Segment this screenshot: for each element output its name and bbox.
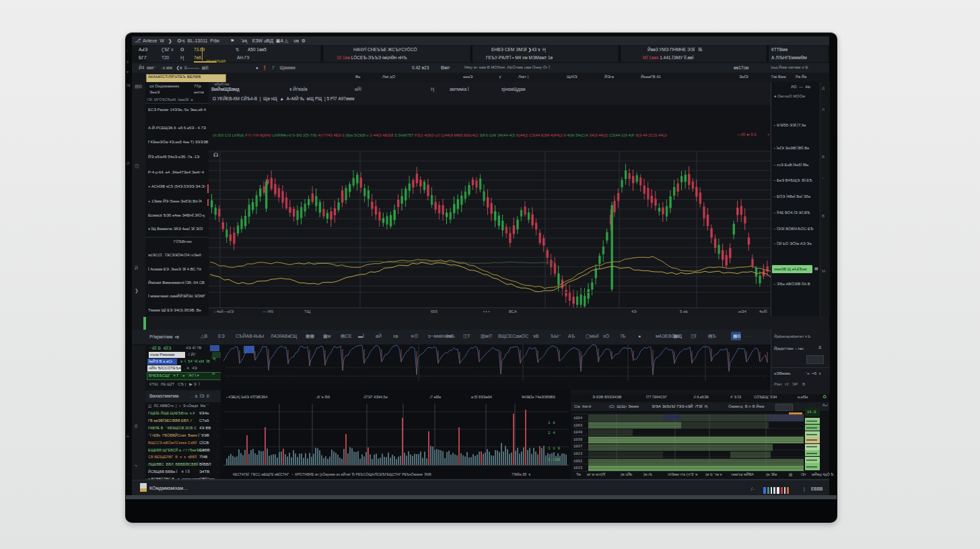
svg-text:1023: 1023 bbox=[573, 451, 582, 456]
svg-text:1092: 1092 bbox=[573, 459, 582, 464]
svg-text:1 1 9: 1 1 9 bbox=[548, 446, 560, 451]
svg-text:1033: 1033 bbox=[573, 466, 582, 470]
svg-text:1004: 1004 bbox=[573, 416, 583, 420]
svg-text:1037: 1037 bbox=[573, 444, 582, 449]
svg-text:1 8: 1 8 bbox=[548, 420, 555, 425]
svg-text:1.199: 1.199 bbox=[548, 458, 560, 462]
svg-text:1049: 1049 bbox=[573, 430, 582, 435]
svg-text:1030: 1030 bbox=[573, 437, 582, 442]
svg-text:1093: 1093 bbox=[573, 423, 582, 428]
svg-text:14.0: 14.0 bbox=[807, 410, 816, 414]
svg-text:2 4: 2 4 bbox=[548, 431, 555, 435]
